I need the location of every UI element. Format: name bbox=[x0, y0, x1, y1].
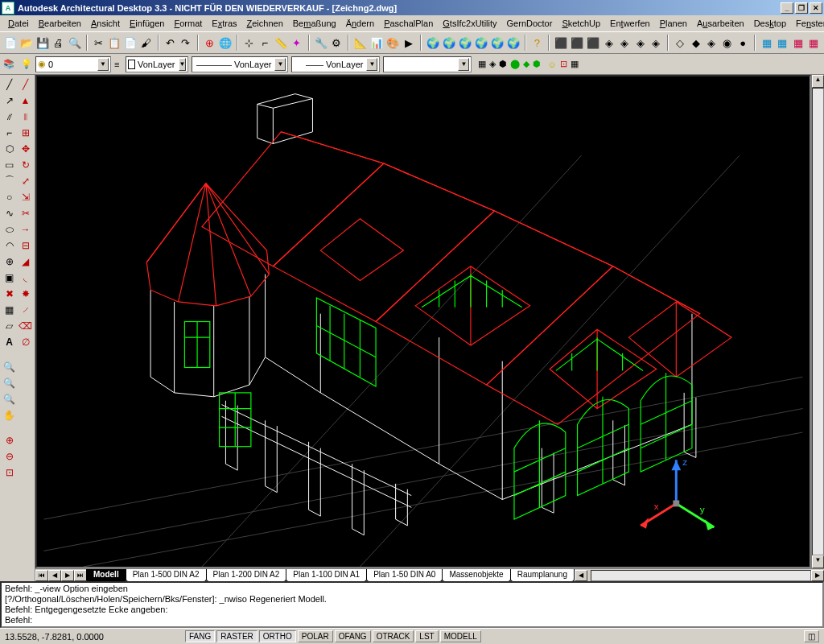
tab-modell[interactable]: Modell bbox=[86, 569, 126, 582]
preview-icon[interactable]: 🔍 bbox=[68, 35, 82, 51]
zoom-realtime-icon[interactable]: 🔍 bbox=[2, 359, 17, 374]
menu-einfuegen[interactable]: Einfügen bbox=[125, 17, 169, 30]
hscroll-track[interactable] bbox=[591, 570, 811, 581]
status-modell[interactable]: MODELL bbox=[440, 630, 481, 642]
aerial-icon[interactable]: 🔧 bbox=[314, 35, 328, 51]
props-icon[interactable]: 📊 bbox=[369, 35, 384, 51]
menu-datei[interactable]: Datei bbox=[3, 17, 34, 30]
fillet-icon[interactable]: ◟ bbox=[18, 270, 33, 285]
spline-icon[interactable]: ∿ bbox=[2, 205, 17, 221]
extend-icon[interactable]: → bbox=[18, 221, 33, 237]
ellipse-icon[interactable]: ⬭ bbox=[2, 221, 17, 237]
render-icon[interactable]: 🎨 bbox=[385, 35, 400, 51]
tab-plan-1-200[interactable]: Plan 1-200 DIN A2 bbox=[206, 569, 287, 582]
menu-planen[interactable]: Planen bbox=[655, 17, 692, 30]
status-polar[interactable]: POLAR bbox=[298, 630, 333, 642]
layer-state-combo[interactable]: ◉ 0 ▼ bbox=[35, 56, 111, 72]
cut-icon[interactable]: ✂ bbox=[92, 35, 106, 51]
color-combo[interactable]: VonLayer▼ bbox=[126, 56, 188, 72]
pline-icon[interactable]: ⌐ bbox=[2, 125, 17, 140]
menu-gtsifc[interactable]: GtsIfc2xUtility bbox=[438, 17, 501, 30]
globe2-icon[interactable]: 🌍 bbox=[442, 35, 456, 51]
text-icon[interactable]: A bbox=[2, 334, 17, 349]
status-lst[interactable]: LST bbox=[415, 630, 438, 642]
tab-plan-1-100[interactable]: Plan 1-100 DIN A1 bbox=[286, 569, 367, 582]
redraw-icon[interactable]: ✦ bbox=[290, 35, 304, 51]
layer-filter-icon[interactable]: 💡 bbox=[21, 59, 32, 69]
ellarc-icon[interactable]: ◠ bbox=[2, 237, 17, 253]
erase-icon[interactable]: ∅ bbox=[18, 334, 33, 349]
layer-manager-icon[interactable]: 📚 bbox=[3, 59, 14, 69]
view-front-icon[interactable]: ⬛ bbox=[570, 35, 584, 51]
new-icon[interactable]: 📄 bbox=[3, 35, 18, 51]
insert-icon[interactable]: ⊕ bbox=[2, 254, 17, 269]
polygon-icon[interactable]: ⬡ bbox=[2, 141, 17, 156]
shade3-icon[interactable]: ◈ bbox=[704, 35, 719, 51]
lineweight-combo[interactable]: —— VonLayer▼ bbox=[291, 56, 380, 72]
status-ofang[interactable]: OFANG bbox=[335, 630, 371, 642]
vp2-icon[interactable]: ▦ bbox=[775, 35, 789, 51]
close-button[interactable]: ✕ bbox=[810, 2, 822, 14]
view-side-icon[interactable]: ⬛ bbox=[586, 35, 600, 51]
scroll-down-icon[interactable]: ▼ bbox=[812, 555, 824, 568]
tab-plan-1-50[interactable]: Plan 1-50 DIN A0 bbox=[366, 569, 443, 582]
pan-icon[interactable]: ✋ bbox=[2, 407, 17, 423]
status-ortho[interactable]: ORTHO bbox=[259, 630, 296, 642]
layer-prev-icon[interactable]: ≡ bbox=[114, 60, 119, 69]
globe6-icon[interactable]: 🌍 bbox=[506, 35, 521, 51]
obj1-icon[interactable]: ▦ bbox=[478, 59, 486, 69]
vp4-icon[interactable]: ▦ bbox=[806, 35, 821, 51]
menu-ansicht[interactable]: Ansicht bbox=[86, 17, 125, 30]
move-icon[interactable]: ✥ bbox=[18, 141, 33, 156]
circle-icon[interactable]: ○ bbox=[2, 189, 17, 204]
match-icon[interactable]: 🖌 bbox=[139, 35, 154, 51]
globe4-icon[interactable]: 🌍 bbox=[474, 35, 488, 51]
mline-icon[interactable]: ⫽ bbox=[2, 109, 17, 124]
hatch-icon[interactable]: ▦ bbox=[2, 302, 17, 317]
line-icon[interactable]: ╱ bbox=[2, 76, 17, 92]
copy-icon[interactable]: 📋 bbox=[107, 35, 122, 51]
menu-extras[interactable]: Extras bbox=[207, 17, 241, 30]
status-otrack[interactable]: OTRACK bbox=[373, 630, 414, 642]
globe3-icon[interactable]: 🌍 bbox=[458, 35, 472, 51]
vp3-icon[interactable]: ▦ bbox=[791, 35, 805, 51]
dropdown-icon[interactable]: ▼ bbox=[458, 58, 469, 71]
vertical-scrollbar[interactable]: ▲ ▼ bbox=[811, 75, 824, 568]
view-iso4-icon[interactable]: ◈ bbox=[649, 35, 664, 51]
status-fang[interactable]: FANG bbox=[185, 630, 215, 642]
menu-format[interactable]: Format bbox=[169, 17, 207, 30]
scroll-left-icon[interactable]: ◀ bbox=[575, 570, 587, 581]
open-icon[interactable]: 📂 bbox=[19, 35, 34, 51]
zoom-out-icon[interactable]: ⊖ bbox=[2, 448, 17, 464]
status-tray-icon[interactable]: ◫ bbox=[804, 630, 819, 642]
menu-ausarbeiten[interactable]: Ausarbeiten bbox=[692, 17, 749, 30]
array-icon[interactable]: ⊞ bbox=[18, 125, 33, 140]
redo-icon[interactable]: ↷ bbox=[179, 35, 193, 51]
undo-icon[interactable]: ↶ bbox=[163, 35, 178, 51]
view-iso1-icon[interactable]: ◈ bbox=[602, 35, 616, 51]
xline-icon[interactable]: ╱ bbox=[18, 76, 33, 92]
tab-raumplanung[interactable]: Raumplanung bbox=[510, 569, 575, 582]
face1-icon[interactable]: ☺ bbox=[547, 60, 556, 69]
menu-aendern[interactable]: Ändern bbox=[341, 17, 380, 30]
vp1-icon[interactable]: ▦ bbox=[760, 35, 774, 51]
scroll-right-icon[interactable]: ▶ bbox=[811, 570, 824, 581]
shade4-icon[interactable]: ◉ bbox=[720, 35, 735, 51]
tab-first-icon[interactable]: ⏮ bbox=[35, 570, 48, 581]
view-iso3-icon[interactable]: ◈ bbox=[633, 35, 648, 51]
obj6-icon[interactable]: ⬢ bbox=[533, 59, 541, 69]
menu-paschalplan[interactable]: PaschalPlan bbox=[379, 17, 438, 30]
menu-desktop[interactable]: Desktop bbox=[749, 17, 791, 30]
linetype-combo[interactable]: ———— VonLayer▼ bbox=[192, 56, 288, 72]
status-raster[interactable]: RASTER bbox=[216, 630, 258, 642]
zoom-extents-icon[interactable]: ⊡ bbox=[2, 464, 17, 480]
dropdown-icon[interactable]: ▼ bbox=[179, 58, 187, 71]
ray-icon[interactable]: ↗ bbox=[2, 93, 17, 108]
zoom-in-icon[interactable]: ⊕ bbox=[2, 432, 17, 448]
scale-icon[interactable]: ⤢ bbox=[18, 173, 33, 188]
zoom-window-icon[interactable]: 🔍 bbox=[2, 375, 17, 390]
stretch-icon[interactable]: ⇲ bbox=[18, 189, 33, 204]
trim-icon[interactable]: ✂ bbox=[18, 205, 33, 221]
paste-icon[interactable]: 📄 bbox=[123, 35, 138, 51]
dropdown-icon[interactable]: ▼ bbox=[97, 58, 109, 71]
